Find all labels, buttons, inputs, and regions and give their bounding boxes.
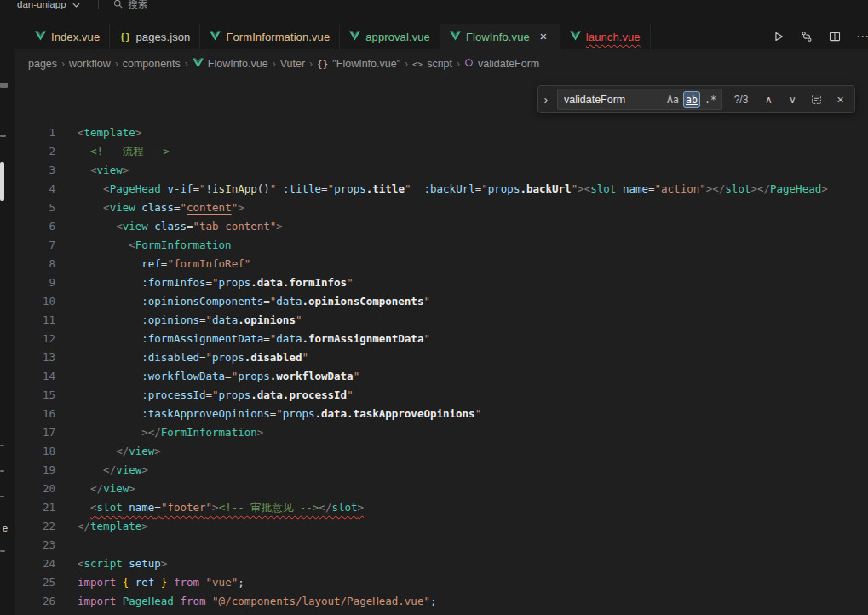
close-find-button[interactable]: × — [831, 90, 849, 109]
code-text[interactable]: <view> — [55, 161, 129, 180]
code-area[interactable]: 1<template>2 <!-- 流程 -->3 <view>4 <PageH… — [15, 78, 868, 611]
line-number[interactable]: 23 — [15, 536, 55, 555]
match-case-option[interactable]: Aa — [664, 91, 681, 108]
code-text[interactable]: :opinionsComponents="data.opinionsCompon… — [55, 292, 430, 311]
line-number[interactable]: 7 — [15, 236, 55, 255]
code-token: v-if — [167, 182, 193, 195]
code-text[interactable]: :workflowData="props.workflowData" — [55, 367, 359, 386]
code-text[interactable]: :taskApproveOpinions="props.data.taskApp… — [55, 405, 481, 423]
breadcrumb-item-script[interactable]: <>script — [412, 58, 452, 70]
code-line: 15 :processId="props.data.processId" — [15, 386, 868, 405]
code-token: = — [206, 388, 213, 401]
breadcrumb-item-FlowInfo.vue[interactable]: FlowInfo.vue — [193, 58, 268, 71]
code-text[interactable]: </template> — [55, 517, 148, 536]
code-text[interactable]: :processId="props.data.processId" — [55, 386, 354, 405]
line-number[interactable]: 24 — [15, 555, 55, 573]
code-text[interactable]: <FormInformation — [55, 236, 232, 255]
code-text[interactable]: <view class="content"> — [55, 198, 244, 217]
code-text[interactable]: <view class="tab-content"> — [55, 217, 283, 236]
code-text[interactable]: <template> — [55, 124, 141, 142]
code-token: <!-- 流程 --> — [90, 145, 170, 158]
code-text[interactable]: :formAssignmentData="data.formAssignment… — [55, 330, 430, 348]
more-actions-button[interactable]: ⋯ — [854, 27, 868, 46]
code-text[interactable]: <!-- 流程 --> — [55, 142, 170, 161]
line-number[interactable]: 4 — [15, 180, 55, 198]
tab-FormInformation.vue[interactable]: FormInformation.vue — [200, 24, 340, 49]
line-number[interactable]: 25 — [15, 573, 55, 592]
previous-match-button[interactable]: ∧ — [760, 90, 778, 109]
code-text[interactable]: :disabled="props.disabled" — [55, 348, 308, 367]
line-number[interactable]: 16 — [15, 405, 55, 423]
code-text[interactable]: import PageHead from "@/components/layou… — [55, 592, 436, 611]
find-input[interactable] — [564, 94, 663, 106]
line-number[interactable]: 12 — [15, 330, 55, 348]
code-text[interactable]: </view> — [55, 480, 135, 498]
code-text[interactable]: :opinions="data.opinions" — [55, 311, 302, 330]
line-number[interactable]: 15 — [15, 386, 55, 405]
code-token: ></ — [750, 182, 770, 195]
code-token: data — [212, 313, 238, 326]
code-text[interactable]: <PageHead v-if="!isInApp()" :title="prop… — [55, 180, 828, 198]
regex-option[interactable]: .* — [702, 91, 719, 108]
line-number[interactable]: 18 — [15, 442, 55, 461]
breadcrumb-item-Vuter[interactable]: Vuter — [280, 58, 305, 70]
breadcrumb-item-components[interactable]: components — [123, 58, 181, 70]
braces-icon: {} — [317, 59, 328, 70]
code-token: " — [481, 182, 488, 195]
code-text[interactable]: ></FormInformation> — [55, 423, 263, 442]
line-number[interactable]: 10 — [15, 292, 55, 311]
split-editor-button[interactable] — [826, 27, 843, 46]
tab-Index.vue[interactable]: Index.vue — [26, 24, 110, 49]
line-number[interactable]: 26 — [15, 592, 55, 611]
line-number[interactable]: 11 — [15, 311, 55, 330]
code-text[interactable]: </view> — [55, 461, 148, 480]
tab-pages.json[interactable]: {}pages.json — [110, 24, 200, 49]
line-number[interactable]: 22 — [15, 517, 55, 536]
next-match-button[interactable]: ∨ — [784, 90, 802, 109]
code-text[interactable]: :formInfos="props.data.formInfos" — [55, 273, 354, 292]
line-number[interactable]: 3 — [15, 161, 55, 180]
whole-word-label: ab — [686, 94, 698, 106]
code-token: ; — [238, 576, 244, 589]
global-search-box[interactable]: 搜索 — [129, 0, 148, 11]
breadcrumb-item-FlowInfo.vue[interactable]: {}"FlowInfo.vue" — [317, 58, 400, 70]
tab-launch.vue[interactable]: launch.vue — [560, 24, 651, 49]
code-text[interactable]: ref="formInfoRef" — [55, 255, 250, 273]
run-button[interactable] — [770, 27, 787, 46]
code-token: "vue" — [206, 576, 239, 589]
line-number[interactable]: 8 — [15, 255, 55, 273]
editor[interactable]: › Aa ab .* ?/3 ∧ ∨ × 1<template>2 <!-- 流… — [15, 78, 868, 615]
code-text[interactable]: import { ref } from "vue"; — [55, 573, 244, 592]
code-token: " — [296, 313, 302, 326]
toggle-replace-button[interactable]: › — [541, 92, 551, 106]
line-number[interactable]: 6 — [15, 217, 55, 236]
breadcrumb-item-workflow[interactable]: workflow — [69, 58, 111, 70]
line-number[interactable]: 20 — [15, 480, 55, 498]
open-changes-button[interactable] — [798, 27, 815, 46]
breadcrumb-separator: › — [185, 58, 188, 70]
breadcrumb-item-pages[interactable]: pages — [28, 58, 57, 70]
code-text[interactable]: <script setup> — [55, 555, 167, 573]
line-number[interactable]: 14 — [15, 367, 55, 386]
find-in-selection-button[interactable] — [808, 90, 825, 109]
project-name[interactable]: dan-uniapp — [17, 0, 66, 9]
line-number[interactable]: 2 — [15, 142, 55, 161]
line-number[interactable]: 19 — [15, 461, 55, 480]
tab-close-icon[interactable]: × — [537, 31, 550, 43]
code-text[interactable] — [55, 536, 78, 555]
breadcrumb-item-validateForm[interactable]: validateForm — [464, 58, 539, 70]
line-number[interactable]: 5 — [15, 198, 55, 217]
line-number[interactable]: 17 — [15, 423, 55, 442]
line-number[interactable]: 9 — [15, 273, 55, 292]
line-number[interactable]: 13 — [15, 348, 55, 367]
code-text[interactable]: <slot name="footer"><!-- 审批意见 --></slot> — [55, 498, 364, 517]
code-text[interactable]: </view> — [55, 442, 161, 461]
rail-mark — [0, 135, 6, 137]
tab-FlowInfo.vue[interactable]: FlowInfo.vue× — [440, 24, 560, 49]
whole-word-option[interactable]: ab — [683, 91, 700, 108]
line-number[interactable]: 1 — [15, 124, 55, 142]
tab-approval.vue[interactable]: approval.vue — [340, 24, 440, 49]
line-number[interactable]: 21 — [15, 498, 55, 517]
code-line: 9 :formInfos="props.data.formInfos" — [15, 273, 868, 292]
tab-label: FormInformation.vue — [226, 31, 330, 43]
